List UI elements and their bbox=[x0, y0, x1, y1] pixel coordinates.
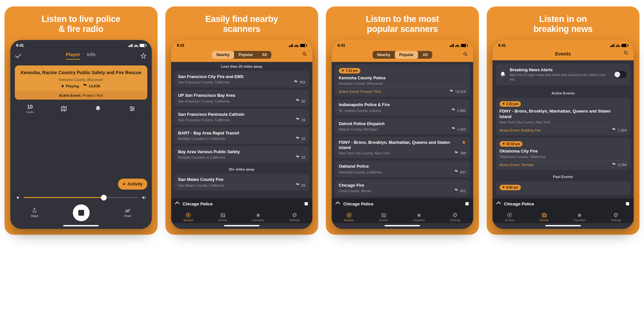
list-item[interactable]: FDNY - Bronx, Brooklyn, Manhattan, Queen… bbox=[335, 137, 470, 159]
codes-button[interactable]: 10Codes bbox=[23, 104, 37, 113]
tab-events[interactable]: Events bbox=[378, 211, 389, 223]
bell-icon bbox=[500, 71, 506, 78]
scanner-subtitle: San Mateo County, California bbox=[178, 183, 306, 187]
signal-icon bbox=[289, 44, 293, 47]
chevron-up-icon bbox=[496, 202, 501, 206]
home-indicator[interactable] bbox=[545, 225, 581, 226]
list-item[interactable]: San Mateo County Fire San Mateo County, … bbox=[174, 174, 309, 190]
tab-browse[interactable]: Browse bbox=[504, 211, 515, 223]
listeners-icon bbox=[294, 81, 298, 84]
listeners-count: 19 bbox=[301, 118, 305, 122]
scanner-title: Indianapolis Police & Fire bbox=[339, 102, 451, 107]
tab-browse[interactable]: Browse bbox=[183, 211, 194, 223]
phone-2: 9:41 Nearby Popular All Less than 25 mil… bbox=[171, 40, 313, 229]
list-item-featured[interactable]: 7:23 pm Kenosha County Police Kenosha Co… bbox=[335, 64, 470, 97]
stop-button[interactable] bbox=[73, 204, 90, 221]
star-icon bbox=[416, 212, 422, 218]
svg-point-6 bbox=[463, 53, 466, 55]
favorite-star-icon[interactable] bbox=[141, 53, 146, 59]
gear-icon bbox=[613, 212, 619, 218]
home-indicator[interactable] bbox=[224, 225, 259, 226]
share-button[interactable]: Share bbox=[31, 208, 38, 218]
share-icon bbox=[32, 208, 37, 213]
tab-favorites[interactable]: Favorites bbox=[412, 211, 425, 223]
status-bar: 9:41 bbox=[10, 40, 152, 49]
listeners-count: 1,892 bbox=[457, 109, 466, 113]
map-button[interactable] bbox=[56, 105, 71, 112]
scanner-subtitle: San Francisco County, California bbox=[178, 80, 306, 84]
stop-icon[interactable] bbox=[626, 202, 629, 205]
mini-player[interactable]: Chicago Police bbox=[332, 198, 473, 210]
home-indicator[interactable] bbox=[385, 225, 420, 226]
search-icon[interactable] bbox=[302, 52, 307, 57]
tab-settings[interactable]: Settings bbox=[449, 211, 461, 223]
list-item[interactable]: Detroit Police Dispatch Wayne County, Mi… bbox=[335, 118, 470, 134]
segment-control: Nearby Popular All bbox=[332, 49, 473, 62]
tab-settings[interactable]: Settings bbox=[289, 211, 301, 223]
volume-slider[interactable] bbox=[10, 195, 152, 200]
time-badge: 10:18 am bbox=[500, 141, 523, 147]
tab-favorites[interactable]: Favorites bbox=[252, 211, 265, 223]
status-bar: 9:41 bbox=[332, 40, 473, 49]
svg-point-0 bbox=[131, 106, 132, 107]
search-icon[interactable] bbox=[623, 50, 629, 55]
tab-info[interactable]: Info bbox=[87, 52, 96, 60]
chevron-down-icon[interactable] bbox=[15, 52, 21, 58]
wifi-icon bbox=[616, 44, 620, 47]
seg-nearby[interactable]: Nearby bbox=[373, 51, 395, 59]
listeners-icon bbox=[296, 100, 300, 103]
tab-player[interactable]: Player bbox=[66, 52, 80, 60]
list-item[interactable]: UP San Franscisco Bay Area San Francisco… bbox=[174, 90, 309, 106]
home-indicator[interactable] bbox=[63, 225, 99, 226]
alert-toggle[interactable] bbox=[614, 71, 627, 78]
tab-events[interactable]: Events bbox=[218, 211, 228, 223]
news-icon bbox=[220, 212, 226, 218]
seg-all[interactable]: All bbox=[258, 51, 271, 59]
scanner-subtitle: Oklahoma County, Oklahoma bbox=[500, 155, 627, 159]
tab-browse[interactable]: Browse bbox=[344, 211, 355, 223]
seg-nearby[interactable]: Nearby bbox=[212, 51, 234, 59]
tab-favorites[interactable]: Favorites bbox=[573, 211, 586, 223]
list-item[interactable]: San Francisco City Fire and EMS San Fran… bbox=[174, 71, 309, 87]
event-item[interactable]: 10:18 am Oklahoma City Fire Oklahoma Cou… bbox=[496, 138, 631, 170]
tab-events[interactable]: Events bbox=[539, 211, 549, 223]
scanner-title: Oklahoma City Fire bbox=[500, 149, 611, 154]
svg-point-9 bbox=[624, 51, 627, 54]
event-item[interactable]: 2:23 pm FDNY - Bronx, Brooklyn, Manhatta… bbox=[496, 98, 631, 135]
scanner-title: San Francisco City Fire and EMS bbox=[178, 74, 290, 79]
promo-card-3: Listen to the mostpopular scanners 9:41 … bbox=[326, 6, 479, 235]
activity-button[interactable]: +Activity bbox=[118, 179, 147, 190]
event-item[interactable]: 8:02 am bbox=[496, 181, 631, 195]
list-item[interactable]: Bay Area Various Public Safety Multiple … bbox=[174, 146, 309, 162]
stop-icon[interactable] bbox=[305, 202, 308, 205]
listeners-icon bbox=[452, 109, 456, 112]
timer-button[interactable]: zzz Timer bbox=[124, 208, 132, 217]
list-item[interactable]: BART - Bay Area Rapid Transit Multiple C… bbox=[174, 127, 309, 144]
search-icon[interactable] bbox=[463, 52, 468, 57]
list-item[interactable]: Indianapolis Police & Fire St. Joseph Co… bbox=[335, 99, 470, 115]
listeners-count: 3,294 bbox=[618, 163, 627, 167]
seg-all[interactable]: All bbox=[418, 51, 432, 59]
time-badge: 7:23 pm bbox=[339, 68, 360, 74]
seg-popular[interactable]: Popular bbox=[395, 51, 418, 59]
now-playing-card[interactable]: Kenosha, Racine Country Public Safety an… bbox=[15, 65, 147, 100]
equalizer-button[interactable] bbox=[125, 105, 140, 112]
scanner-subtitle: New York City County, New York bbox=[339, 151, 466, 155]
list-item[interactable]: Chicago Fire Cook County, Illinois 421 bbox=[335, 180, 470, 196]
listeners-icon bbox=[612, 129, 616, 132]
list-item[interactable]: Oakland Police Alameda County, Californi… bbox=[335, 161, 470, 177]
tab-settings[interactable]: Settings bbox=[610, 211, 622, 223]
stop-icon[interactable] bbox=[465, 202, 469, 205]
mini-player[interactable]: Chicago Police bbox=[171, 198, 313, 210]
mini-player[interactable]: Chicago Police bbox=[493, 198, 634, 210]
alert-button[interactable] bbox=[91, 105, 105, 112]
scanner-subtitle: Multiple Counties in California bbox=[178, 137, 306, 141]
status-time: 9:41 bbox=[498, 43, 506, 48]
time-badge: 8:02 am bbox=[500, 185, 521, 190]
seg-popular[interactable]: Popular bbox=[234, 51, 258, 59]
alert-title: Breaking News Alerts bbox=[510, 67, 610, 72]
list-item[interactable]: San Francisco Peninsula Caltrain San Fra… bbox=[174, 109, 309, 125]
wifi-icon bbox=[455, 44, 460, 47]
headline: Listen to live police& fire radio bbox=[42, 14, 120, 34]
segment-control: Nearby Popular All bbox=[171, 49, 313, 62]
